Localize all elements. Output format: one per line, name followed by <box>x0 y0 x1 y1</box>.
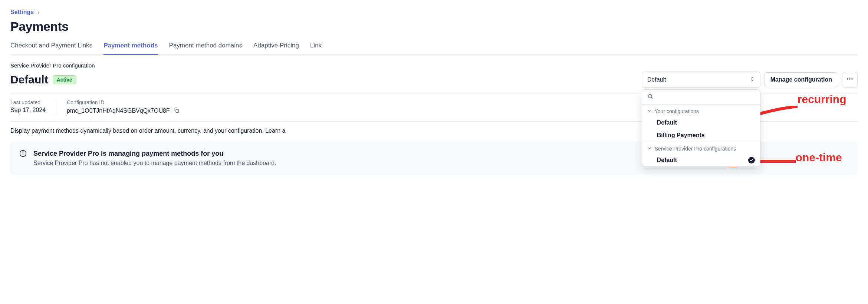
config-select-dropdown: Your configurations Default Billing Paym… <box>642 89 760 167</box>
dropdown-item-default-your[interactable]: Default <box>642 116 760 129</box>
meta-value-last-updated: Sep 17, 2024 <box>10 107 46 113</box>
svg-point-8 <box>23 152 23 152</box>
tab-checkout-links[interactable]: Checkout and Payment Links <box>10 40 92 54</box>
copy-icon[interactable] <box>174 107 180 115</box>
config-select[interactable]: Default <box>642 72 760 88</box>
tab-payment-methods[interactable]: Payment methods <box>103 40 158 54</box>
config-right: Default Your configurations <box>642 72 858 88</box>
more-menu-button[interactable] <box>842 72 858 87</box>
svg-line-1 <box>651 98 652 99</box>
tab-adaptive-pricing[interactable]: Adaptive Pricing <box>253 40 299 54</box>
config-title: Default <box>10 73 48 86</box>
svg-rect-5 <box>176 109 178 113</box>
tabs-row: Checkout and Payment Links Payment metho… <box>10 40 858 55</box>
more-horizontal-icon <box>846 75 854 84</box>
dropdown-item-default-spp[interactable]: Default <box>642 154 760 166</box>
breadcrumb: Settings <box>10 9 858 16</box>
dropdown-search-input[interactable] <box>656 94 755 100</box>
search-icon <box>647 93 653 100</box>
page-title: Payments <box>10 19 858 34</box>
status-badge: Active <box>53 75 76 84</box>
chevron-up-down-icon <box>750 76 755 84</box>
dropdown-group-header-your[interactable]: Your configurations <box>642 105 760 116</box>
dropdown-group-label: Your configurations <box>655 108 699 114</box>
meta-value-config-id: pmc_1O0TJnHfAqN4SGBVqQx7OU8F <box>67 108 170 114</box>
dropdown-item-label: Default <box>657 157 677 163</box>
dropdown-item-billing-payments[interactable]: Billing Payments <box>642 129 760 142</box>
dropdown-item-label: Default <box>657 119 677 126</box>
config-section-label: Service Provider Pro configuration <box>10 62 858 69</box>
chevron-down-icon <box>647 146 652 152</box>
tab-link[interactable]: Link <box>310 40 322 54</box>
dropdown-group-label: Service Provider Pro configurations <box>655 146 736 152</box>
meta-label-config-id: Configuration ID <box>67 99 179 105</box>
svg-point-2 <box>847 78 848 79</box>
check-circle-icon <box>748 157 755 163</box>
dropdown-search-row <box>642 90 760 105</box>
dropdown-item-label: Billing Payments <box>657 132 705 139</box>
tab-payment-method-domains[interactable]: Payment method domains <box>169 40 243 54</box>
meta-config-id: Configuration ID pmc_1O0TJnHfAqN4SGBVqQx… <box>56 99 179 115</box>
svg-point-0 <box>648 95 651 98</box>
chevron-down-icon <box>647 108 652 114</box>
info-panel-subtitle: Service Provider Pro has not enabled you… <box>33 160 276 166</box>
meta-last-updated: Last updated Sep 17, 2024 <box>10 99 46 115</box>
info-panel-title: Service Provider Pro is managing payment… <box>33 150 276 158</box>
breadcrumb-settings-link[interactable]: Settings <box>10 9 34 16</box>
config-select-wrap: Default Your configurations <box>642 72 760 88</box>
dropdown-group-header-spp[interactable]: Service Provider Pro configurations <box>642 142 760 154</box>
info-body: Service Provider Pro is managing payment… <box>33 150 276 166</box>
chevron-right-icon <box>37 9 40 16</box>
config-select-value: Default <box>647 76 666 83</box>
config-header-row: Default Active Default <box>10 72 858 88</box>
manage-configuration-button[interactable]: Manage configuration <box>764 72 838 87</box>
info-icon <box>19 150 27 158</box>
svg-point-3 <box>849 78 850 79</box>
meta-label-last-updated: Last updated <box>10 99 46 105</box>
svg-point-4 <box>851 78 852 79</box>
config-left: Default Active <box>10 73 76 86</box>
